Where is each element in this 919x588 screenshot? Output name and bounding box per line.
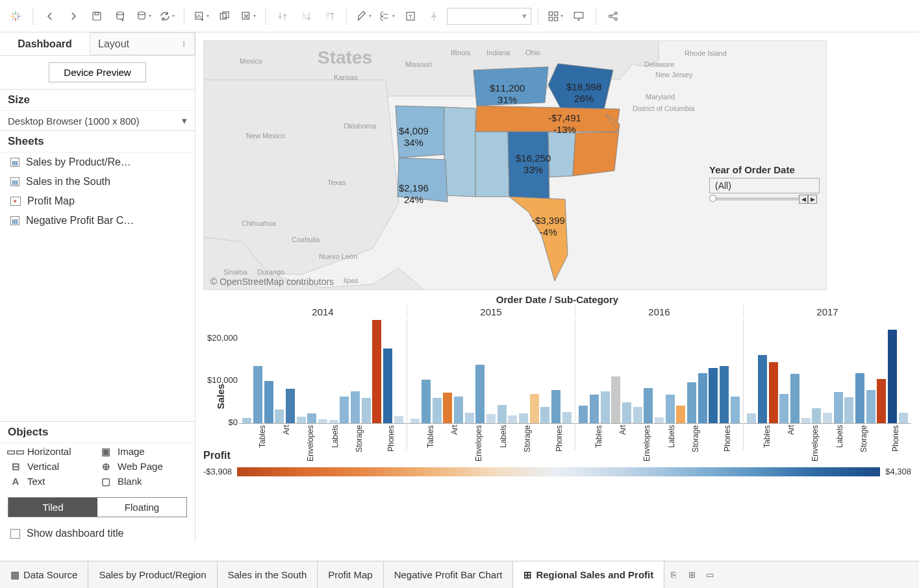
bar[interactable] bbox=[530, 394, 539, 423]
device-preview-button[interactable]: Device Preview bbox=[49, 62, 145, 82]
highlight-button[interactable] bbox=[353, 6, 374, 27]
bt-tab-4[interactable]: ⊞Regional Sales and Profit bbox=[513, 561, 664, 588]
tiled-button[interactable]: Tiled bbox=[8, 498, 97, 517]
show-title-checkbox[interactable] bbox=[10, 529, 20, 539]
bar[interactable] bbox=[318, 419, 327, 423]
bar[interactable] bbox=[888, 330, 897, 423]
bar[interactable] bbox=[286, 389, 295, 423]
obj-image[interactable]: ▣Image bbox=[101, 446, 184, 457]
group-button[interactable] bbox=[377, 6, 397, 27]
swap-button[interactable] bbox=[272, 6, 293, 27]
bt-tab-1[interactable]: Sales in the South bbox=[218, 561, 318, 588]
pause-updates-button[interactable] bbox=[133, 6, 154, 27]
bar[interactable] bbox=[731, 397, 740, 423]
bar[interactable] bbox=[486, 414, 496, 423]
bar[interactable] bbox=[551, 390, 560, 423]
bar[interactable] bbox=[264, 381, 273, 423]
bar[interactable] bbox=[275, 410, 284, 423]
bar[interactable] bbox=[676, 406, 685, 423]
bar[interactable] bbox=[394, 416, 403, 423]
bar[interactable] bbox=[508, 415, 517, 423]
bar[interactable] bbox=[758, 355, 767, 423]
duplicate-sheet-button[interactable] bbox=[214, 6, 235, 27]
bar[interactable] bbox=[687, 382, 696, 423]
save-button[interactable] bbox=[86, 6, 107, 27]
share-button[interactable] bbox=[603, 6, 623, 27]
bar[interactable] bbox=[562, 412, 572, 423]
bar[interactable] bbox=[253, 366, 262, 423]
bar[interactable] bbox=[307, 413, 316, 423]
bar[interactable] bbox=[844, 397, 853, 423]
bar[interactable] bbox=[747, 413, 756, 423]
sort-asc-button[interactable] bbox=[296, 6, 316, 27]
bar[interactable] bbox=[519, 413, 528, 423]
bar[interactable] bbox=[644, 388, 653, 423]
bar[interactable] bbox=[633, 407, 642, 423]
sheet-item-0[interactable]: Sales by Product/Re… bbox=[0, 153, 195, 172]
bar[interactable] bbox=[709, 368, 718, 423]
bar[interactable] bbox=[698, 373, 707, 423]
bar[interactable] bbox=[497, 405, 507, 423]
bar[interactable] bbox=[372, 320, 381, 423]
obj-webpage[interactable]: ⊕Web Page bbox=[101, 461, 184, 472]
bar[interactable] bbox=[383, 349, 392, 423]
pin-button[interactable] bbox=[423, 6, 444, 27]
bar[interactable] bbox=[475, 365, 485, 423]
bar[interactable] bbox=[801, 418, 811, 423]
refresh-button[interactable] bbox=[157, 6, 177, 27]
obj-blank[interactable]: ▢Blank bbox=[101, 476, 184, 487]
text-label-button[interactable]: T bbox=[400, 6, 421, 27]
slider-next[interactable]: ▶ bbox=[808, 195, 817, 204]
filter-value-box[interactable]: (All) bbox=[709, 178, 820, 193]
sheet-item-1[interactable]: Sales in the South bbox=[0, 172, 195, 191]
bar[interactable] bbox=[410, 419, 420, 423]
redo-button[interactable] bbox=[63, 6, 84, 27]
bar[interactable] bbox=[454, 397, 463, 423]
new-story-tab[interactable]: ▭ bbox=[701, 570, 719, 580]
bar[interactable] bbox=[443, 393, 452, 423]
bar[interactable] bbox=[329, 420, 338, 423]
bt-tab-3[interactable]: Negative Profit Bar Chart bbox=[384, 561, 514, 588]
sheet-item-2[interactable]: Profit Map bbox=[0, 191, 195, 211]
bar[interactable] bbox=[433, 398, 442, 423]
bar[interactable] bbox=[823, 413, 832, 423]
bar[interactable] bbox=[720, 366, 729, 423]
show-me-button[interactable] bbox=[545, 6, 566, 27]
slider-handle[interactable] bbox=[709, 195, 716, 202]
bar[interactable] bbox=[877, 379, 886, 423]
bar[interactable] bbox=[790, 374, 799, 423]
sheet-item-3[interactable]: Negative Profit Bar C… bbox=[0, 211, 195, 230]
floating-button[interactable]: Floating bbox=[97, 498, 186, 517]
slider-prev[interactable]: ◀ bbox=[799, 195, 808, 204]
bar[interactable] bbox=[590, 395, 599, 423]
bar[interactable] bbox=[666, 395, 675, 423]
obj-horizontal[interactable]: ▭▭Horizontal bbox=[10, 446, 94, 457]
data-source-tab[interactable]: ▦Data Source bbox=[0, 561, 88, 588]
year-slider[interactable]: ◀▶ bbox=[712, 197, 817, 201]
obj-text[interactable]: AText bbox=[10, 476, 94, 487]
tab-dashboard[interactable]: Dashboard bbox=[0, 32, 90, 55]
bar[interactable] bbox=[834, 392, 843, 423]
bar[interactable] bbox=[812, 408, 821, 423]
bar-chart-view[interactable]: TablesArtEnvelopesLabelsStoragePhonesTab… bbox=[239, 320, 911, 450]
new-datasource-button[interactable] bbox=[110, 6, 131, 27]
bar[interactable] bbox=[422, 380, 431, 423]
bar[interactable] bbox=[340, 397, 349, 423]
bar[interactable] bbox=[465, 413, 474, 423]
size-selector[interactable]: Desktop Browser (1000 x 800)▾ bbox=[0, 111, 195, 130]
bar[interactable] bbox=[351, 391, 360, 423]
bar[interactable] bbox=[579, 406, 588, 423]
presentation-button[interactable] bbox=[568, 6, 589, 27]
bar[interactable] bbox=[855, 373, 864, 423]
bar[interactable] bbox=[242, 418, 251, 423]
bar[interactable] bbox=[362, 398, 371, 423]
bar[interactable] bbox=[866, 390, 875, 423]
undo-button[interactable] bbox=[40, 6, 60, 27]
bar[interactable] bbox=[611, 376, 620, 423]
bar[interactable] bbox=[769, 362, 778, 423]
bar[interactable] bbox=[622, 402, 631, 423]
new-worksheet-button[interactable] bbox=[191, 6, 212, 27]
bt-tab-0[interactable]: Sales by Product/Region bbox=[88, 561, 217, 588]
bar[interactable] bbox=[540, 407, 549, 423]
new-worksheet-tab[interactable]: ⎘ bbox=[664, 570, 683, 580]
